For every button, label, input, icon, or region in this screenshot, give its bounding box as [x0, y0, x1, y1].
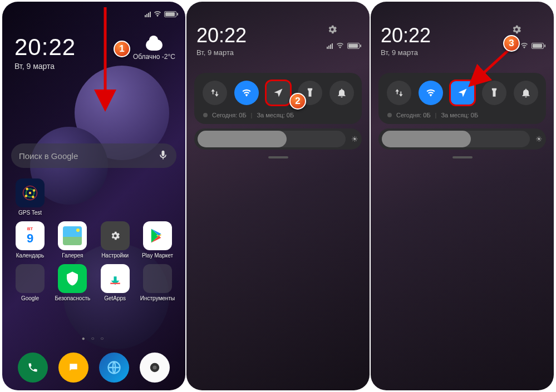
app-gps-test[interactable]: GPS Test: [10, 178, 50, 216]
qs-wifi[interactable]: [234, 81, 259, 105]
google-search-bar[interactable]: Поиск в Google: [11, 143, 176, 168]
app-label: Календарь: [16, 252, 44, 259]
cloud-icon: [146, 39, 163, 51]
app-play-store[interactable]: Play Маркет: [137, 221, 178, 259]
shade-date: Вт, 9 марта: [196, 48, 247, 57]
search-placeholder: Поиск в Google: [19, 151, 78, 161]
phone-notification-shade-step3: 20:22 Вт, 9 марта: [371, 2, 554, 390]
qs-dnd[interactable]: [329, 81, 354, 105]
shade-drag-handle[interactable]: [268, 156, 288, 158]
weather-widget[interactable]: Облачно -2°C: [133, 39, 175, 61]
qs-mobile-data[interactable]: [203, 81, 227, 105]
svg-rect-7: [110, 283, 120, 285]
shade-drag-handle[interactable]: [452, 156, 473, 158]
app-label: GetApps: [104, 295, 126, 301]
status-bar: [145, 9, 176, 18]
qs-mobile-data[interactable]: [387, 81, 411, 105]
weather-temp: -2°C: [162, 53, 175, 61]
app-grid: GPS Test ВТ 9 Календарь Галерея: [8, 178, 180, 307]
svg-point-6: [29, 192, 32, 195]
signal-icon: [327, 42, 333, 49]
qs-wifi[interactable]: [419, 81, 443, 105]
app-label: Инструменты: [140, 295, 175, 301]
brightness-icon: ☀: [535, 135, 543, 143]
app-getapps[interactable]: GetApps: [95, 264, 135, 301]
svg-point-4: [25, 195, 28, 197]
dock-phone[interactable]: [18, 353, 48, 383]
battery-icon: [347, 43, 360, 49]
data-usage-row[interactable]: Сегодня: 0Б | За месяц: 0Б: [199, 112, 357, 118]
battery-icon: [164, 11, 176, 17]
settings-gear-icon[interactable]: [327, 25, 338, 37]
clock-date: Вт, 9 марта: [14, 62, 76, 71]
shade-time: 20:22: [196, 24, 247, 47]
quick-settings-panel: Сегодня: 0Б | За месяц: 0Б: [194, 73, 362, 124]
usage-today: Сегодня: 0Б: [396, 112, 431, 118]
brightness-icon: ☀: [351, 135, 358, 143]
wifi-icon: [336, 41, 345, 50]
page-indicator: ● ○ ○: [2, 335, 185, 341]
qs-location[interactable]: [266, 81, 291, 105]
svg-point-2: [26, 188, 28, 191]
shade-date: Вт, 9 марта: [381, 48, 431, 57]
svg-point-5: [32, 196, 35, 199]
wifi-icon: [153, 9, 162, 18]
dock-messages[interactable]: [58, 353, 88, 383]
mic-icon[interactable]: [158, 150, 169, 162]
weather-label: Облачно: [133, 53, 160, 61]
data-usage-row[interactable]: Сегодня: 0Б | За месяц: 0Б: [383, 112, 542, 118]
svg-point-3: [33, 189, 36, 192]
signal-icon: [145, 11, 151, 17]
battery-icon: [532, 43, 544, 49]
app-label: Play Маркет: [142, 252, 173, 259]
clock-widget[interactable]: 20:22 Вт, 9 марта: [14, 34, 76, 71]
brightness-slider[interactable]: ☀: [194, 128, 362, 150]
usage-dot-icon: [387, 113, 392, 117]
dock-browser[interactable]: [99, 353, 129, 383]
swipe-down-arrow: [97, 7, 114, 107]
shade-time: 20:22: [381, 24, 431, 47]
app-folder-tools[interactable]: Инструменты: [137, 264, 178, 301]
phone-notification-shade-step2: 20:22 Вт, 9 марта: [186, 2, 370, 390]
app-security[interactable]: Безопасность: [52, 264, 92, 301]
shade-header: 20:22 Вт, 9 марта: [196, 24, 360, 57]
step-marker-2: 2: [289, 93, 306, 110]
svg-line-12: [476, 49, 510, 80]
pointer-arrow: [471, 46, 521, 91]
app-label: Галерея: [62, 252, 83, 259]
app-label: Настройки: [101, 252, 129, 259]
calendar-day: 9: [27, 231, 33, 246]
step-marker-3: 3: [503, 35, 520, 52]
app-folder-google[interactable]: Google: [10, 264, 50, 301]
dock-camera[interactable]: [140, 353, 170, 383]
app-settings[interactable]: Настройки: [95, 221, 135, 259]
svg-point-10: [153, 366, 157, 370]
usage-month: За месяц: 0Б: [257, 112, 294, 118]
usage-today: Сегодня: 0Б: [212, 112, 247, 118]
usage-month: За месяц: 0Б: [441, 112, 478, 118]
phone-home-screen: 20:22 Вт, 9 марта Облачно -2°C Поиск в G…: [2, 2, 185, 390]
app-calendar[interactable]: ВТ 9 Календарь: [10, 221, 50, 259]
usage-dot-icon: [203, 113, 208, 117]
brightness-slider[interactable]: ☀: [378, 128, 546, 150]
app-label: Google: [21, 295, 39, 301]
app-gallery[interactable]: Галерея: [52, 221, 92, 259]
wifi-icon: [520, 41, 529, 50]
app-label: GPS Test: [18, 210, 42, 216]
app-label: Безопасность: [55, 295, 90, 301]
clock-time: 20:22: [14, 34, 76, 61]
step-marker-1: 1: [114, 41, 130, 57]
dock: [2, 353, 185, 383]
